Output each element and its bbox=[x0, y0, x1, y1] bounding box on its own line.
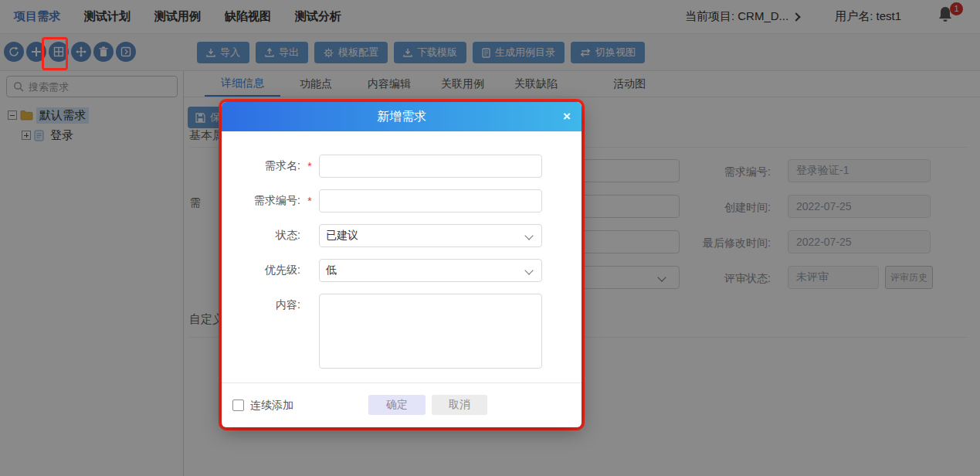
priority-select[interactable]: 低 bbox=[319, 259, 542, 282]
modal-row-code: 需求编号: * bbox=[222, 189, 542, 212]
modal-row-status: 状态: 已建议 bbox=[222, 224, 542, 247]
priority-select-value: 低 bbox=[326, 264, 337, 277]
status-select[interactable]: 已建议 bbox=[319, 224, 542, 247]
modal-row-priority: 优先级: 低 bbox=[222, 259, 542, 282]
modal-row-name: 需求名: * bbox=[222, 155, 542, 178]
chevron-down-icon bbox=[524, 266, 533, 274]
app-page: 项目需求 测试计划 测试用例 缺陷视图 测试分析 当前项目: CRM_D... … bbox=[0, 0, 980, 476]
annotation-modal-highlight: 新增需求 × 需求名: * 需求编号: * 状态: 已建议 bbox=[219, 99, 585, 430]
chevron-down-icon bbox=[524, 231, 533, 240]
required-mark: * bbox=[300, 195, 319, 207]
modal-row-content: 内容: bbox=[222, 294, 542, 369]
spacer bbox=[300, 294, 319, 369]
status-label: 状态: bbox=[222, 229, 300, 243]
add-requirement-modal: 新增需求 × 需求名: * 需求编号: * 状态: 已建议 bbox=[222, 102, 582, 427]
cancel-button[interactable]: 取消 bbox=[432, 395, 487, 415]
content-textarea[interactable] bbox=[319, 294, 542, 369]
req-code-label: 需求编号: bbox=[222, 194, 300, 208]
status-select-value: 已建议 bbox=[326, 229, 358, 243]
continuous-add-label: 连续添加 bbox=[250, 399, 293, 413]
divider bbox=[222, 382, 582, 383]
close-icon[interactable]: × bbox=[563, 102, 571, 131]
modal-header: 新增需求 × bbox=[222, 102, 582, 131]
req-name-label: 需求名: bbox=[222, 159, 300, 173]
required-mark: * bbox=[300, 160, 319, 172]
modal-title: 新增需求 bbox=[377, 109, 426, 125]
annotation-toolbar-highlight bbox=[42, 37, 68, 70]
priority-label: 优先级: bbox=[222, 264, 300, 277]
content-label: 内容: bbox=[222, 294, 300, 369]
req-code-input[interactable] bbox=[319, 189, 542, 212]
continuous-add-checkbox[interactable] bbox=[232, 400, 244, 411]
confirm-button[interactable]: 确定 bbox=[368, 395, 426, 415]
req-name-input[interactable] bbox=[319, 155, 542, 178]
